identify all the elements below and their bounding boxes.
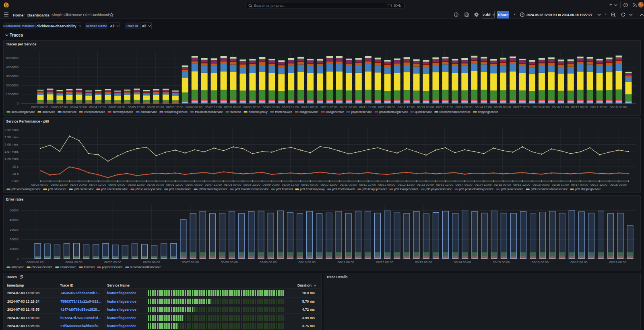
svg-text:2.50 mins: 2.50 mins [4,135,19,139]
svg-text:1000000: 1000000 [6,92,19,96]
svg-text:50 s: 50 s [12,164,19,168]
svg-text:1.67 mins: 1.67 mins [4,150,19,154]
svg-text:06/17 00:00: 06/17 00:00 [571,105,588,109]
svg-text:06/08 12:00: 06/08 12:00 [244,182,261,186]
svg-text:0: 0 [17,257,19,260]
svg-text:06/05 00:00: 06/05 00:00 [108,182,126,186]
svg-text:06/06 00:00: 06/06 00:00 [147,105,164,109]
svg-text:06/09 00:00: 06/09 00:00 [262,182,280,186]
svg-text:5000000: 5000000 [6,56,19,60]
svg-text:06/15 00:00: 06/15 00:00 [494,182,511,186]
svg-text:06/04 12:00: 06/04 12:00 [89,182,106,186]
svg-text:06/16 00:00: 06/16 00:00 [533,105,550,109]
svg-text:06/17 12:00: 06/17 12:00 [590,105,608,109]
svg-text:06/16 12:00: 06/16 12:00 [552,182,569,186]
svg-text:3000000: 3000000 [6,74,19,78]
svg-text:06/07 12:00: 06/07 12:00 [205,105,222,109]
svg-text:06/10 00:00: 06/10 00:00 [301,105,318,109]
svg-text:06/18 00:00: 06/18 00:00 [609,260,627,264]
svg-text:06/15 12:00: 06/15 12:00 [513,182,530,186]
svg-text:06/15 12:00: 06/15 12:00 [513,105,530,109]
svg-text:06/05 00:00: 06/05 00:00 [104,260,122,264]
svg-text:06/04 00:00: 06/04 00:00 [70,105,87,109]
svg-text:06/07 00:00: 06/07 00:00 [182,260,199,264]
svg-text:06/06 00:00: 06/06 00:00 [147,182,164,186]
svg-text:06/07 00:00: 06/07 00:00 [186,182,203,186]
svg-text:06/07 00:00: 06/07 00:00 [186,105,203,109]
svg-text:06/08 00:00: 06/08 00:00 [221,260,238,264]
svg-text:06/09 00:00: 06/09 00:00 [262,105,280,109]
svg-text:06/08 00:00: 06/08 00:00 [224,182,242,186]
svg-text:30000: 30000 [10,228,19,232]
svg-text:0: 0 [17,102,19,105]
svg-text:06/04 00:00: 06/04 00:00 [65,260,83,264]
svg-text:06/14 00:00: 06/14 00:00 [455,105,473,109]
svg-text:2.08 mins: 2.08 mins [4,143,19,146]
svg-text:10000: 10000 [10,247,19,251]
svg-text:06/05 12:00: 06/05 12:00 [128,105,145,109]
svg-text:06/17 12:00: 06/17 12:00 [590,182,608,186]
svg-text:06/12 00:00: 06/12 00:00 [376,260,394,264]
svg-text:06/14 00:00: 06/14 00:00 [455,182,473,186]
svg-text:06/09 12:00: 06/09 12:00 [282,105,299,109]
svg-text:06/13 00:00: 06/13 00:00 [417,182,434,186]
svg-text:06/12 00:00: 06/12 00:00 [378,105,396,109]
svg-text:06/10 00:00: 06/10 00:00 [299,260,316,264]
svg-text:06/18 00:00: 06/18 00:00 [610,182,627,186]
svg-text:06/03 12:00: 06/03 12:00 [51,182,68,186]
svg-text:06/03 00:00: 06/03 00:00 [31,182,49,186]
svg-text:06/07 12:00: 06/07 12:00 [205,182,222,186]
svg-text:06/03 00:00: 06/03 00:00 [31,105,49,109]
svg-text:06/11 12:00: 06/11 12:00 [359,105,376,109]
svg-text:06/04 12:00: 06/04 12:00 [89,105,106,109]
svg-text:06/06 12:00: 06/06 12:00 [166,182,184,186]
svg-text:0 ms: 0 ms [12,179,19,183]
svg-text:06/13 00:00: 06/13 00:00 [417,105,434,109]
svg-text:06/17 00:00: 06/17 00:00 [571,182,588,186]
svg-text:06/03 12:00: 06/03 12:00 [51,105,68,109]
svg-text:06/12 12:00: 06/12 12:00 [398,182,415,186]
svg-text:06/16 12:00: 06/16 12:00 [552,105,569,109]
svg-text:06/08 12:00: 06/08 12:00 [244,105,261,109]
svg-text:06/06 00:00: 06/06 00:00 [143,260,160,264]
svg-text:06/14 12:00: 06/14 12:00 [475,105,492,109]
svg-text:06/03 00:00: 06/03 00:00 [27,260,44,264]
svg-text:1.25 mins: 1.25 mins [4,157,19,161]
svg-text:06/05 00:00: 06/05 00:00 [108,105,126,109]
svg-text:4000000: 4000000 [6,66,19,69]
svg-text:40000: 40000 [10,218,19,222]
svg-text:06/11 00:00: 06/11 00:00 [340,105,357,109]
svg-text:06/10 12:00: 06/10 12:00 [320,105,338,109]
svg-text:06/06 12:00: 06/06 12:00 [166,105,184,109]
svg-text:06/08 00:00: 06/08 00:00 [224,105,242,109]
svg-text:06/09 12:00: 06/09 12:00 [282,182,299,186]
svg-text:06/12 00:00: 06/12 00:00 [378,182,396,186]
svg-text:06/14 12:00: 06/14 12:00 [475,182,492,186]
svg-text:06/15 00:00: 06/15 00:00 [493,260,510,264]
svg-text:50000: 50000 [10,209,19,212]
svg-text:2.92 mins: 2.92 mins [4,128,19,131]
svg-text:06/11 00:00: 06/11 00:00 [337,260,354,264]
svg-text:06/13 12:00: 06/13 12:00 [436,105,454,109]
svg-text:06/17 00:00: 06/17 00:00 [570,260,588,264]
svg-text:06/11 12:00: 06/11 12:00 [359,182,376,186]
svg-text:06/16 00:00: 06/16 00:00 [532,260,549,264]
svg-text:06/13 00:00: 06/13 00:00 [415,260,432,264]
svg-text:?: ? [625,4,626,6]
svg-text:06/10 12:00: 06/10 12:00 [320,182,338,186]
svg-text:06/10 00:00: 06/10 00:00 [301,182,318,186]
svg-text:06/05 12:00: 06/05 12:00 [128,182,145,186]
svg-text:20000: 20000 [10,238,19,241]
svg-text:06/14 00:00: 06/14 00:00 [454,260,471,264]
svg-text:06/11 00:00: 06/11 00:00 [340,182,357,186]
svg-text:2000000: 2000000 [6,84,19,87]
svg-text:06/12 12:00: 06/12 12:00 [398,105,415,109]
svg-text:25 s: 25 s [12,172,19,175]
svg-text:06/16 00:00: 06/16 00:00 [533,182,550,186]
svg-text:06/15 00:00: 06/15 00:00 [494,105,511,109]
svg-text:06/09 00:00: 06/09 00:00 [260,260,277,264]
svg-text:06/13 12:00: 06/13 12:00 [436,182,454,186]
svg-text:06/18 00:00: 06/18 00:00 [610,105,627,109]
svg-text:06/04 00:00: 06/04 00:00 [70,182,87,186]
